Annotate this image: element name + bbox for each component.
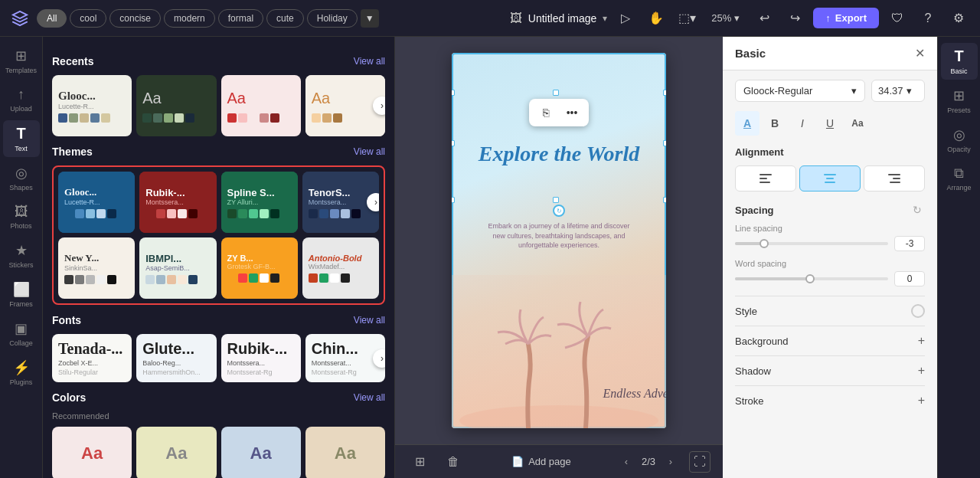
color-card-3[interactable]: Aa: [221, 427, 301, 478]
right-sidebar-opacity[interactable]: ◎ Opacity: [941, 122, 978, 158]
align-left-btn[interactable]: [735, 165, 796, 192]
handle-mid-left[interactable]: [452, 140, 455, 146]
handle-bot-mid[interactable]: [553, 197, 559, 203]
filter-concise[interactable]: concise: [109, 9, 161, 28]
theme-card-8[interactable]: Antonio-Bold WixMadef...: [302, 237, 379, 299]
redo-btn[interactable]: ↪: [782, 6, 807, 31]
font-size-selector[interactable]: 34.37 ▾: [871, 80, 925, 102]
fullscreen-btn[interactable]: ⛶: [689, 451, 710, 473]
filter-modern[interactable]: modern: [164, 9, 215, 28]
canvas-title-text[interactable]: Explore the World: [463, 141, 655, 167]
view-options-btn[interactable]: ⬚▾: [675, 6, 699, 31]
rotate-icon[interactable]: ↻: [553, 205, 565, 217]
line-spacing-track[interactable]: [735, 242, 888, 245]
sidebar-item-photos[interactable]: 🖼 Photos: [3, 199, 40, 234]
font-color-btn[interactable]: A: [735, 111, 760, 136]
handle-bot-left[interactable]: [452, 197, 455, 203]
sidebar-item-stickers[interactable]: ★ Stickers: [3, 237, 40, 273]
sidebar-item-upload[interactable]: ↑ Upload: [3, 82, 40, 117]
zoom-selector[interactable]: 25%▾: [705, 9, 746, 27]
panel-close-btn[interactable]: ✕: [915, 46, 925, 61]
color-card-1[interactable]: Aa: [52, 427, 132, 478]
help-icon[interactable]: ?: [916, 6, 940, 31]
rotate-handle[interactable]: ↻: [553, 205, 565, 217]
zoom-fit-btn[interactable]: ⊞: [407, 450, 432, 474]
theme-card-2[interactable]: Rubik-... Montssera...: [139, 172, 216, 233]
spacing-reset-btn[interactable]: ↻: [910, 202, 925, 218]
right-sidebar-basic[interactable]: T Basic: [941, 43, 978, 80]
prev-page-btn[interactable]: ‹: [617, 453, 635, 471]
recents-view-all[interactable]: View all: [354, 56, 385, 67]
fonts-view-all[interactable]: View all: [354, 315, 385, 326]
doc-chevron-icon[interactable]: ▾: [603, 13, 607, 24]
font-card-3[interactable]: Rubik-... Montssera... Montsserat-Rg: [221, 334, 301, 382]
style-radio-btn[interactable]: [911, 304, 925, 318]
theme-card-6[interactable]: IBMPl... Asap-SemiB...: [139, 237, 216, 299]
align-center-btn[interactable]: [799, 165, 861, 192]
font-card-2[interactable]: Glute... Baloo-Reg... HammersmithOn...: [136, 334, 216, 382]
export-button[interactable]: ↑Export: [813, 8, 879, 28]
sidebar-item-collage[interactable]: ▣ Collage: [3, 316, 40, 352]
logo-icon[interactable]: [9, 8, 31, 29]
color-card-4[interactable]: Aa: [305, 427, 385, 478]
word-spacing-track[interactable]: [735, 277, 888, 280]
bold-btn[interactable]: B: [763, 111, 787, 136]
handle-mid-right[interactable]: [663, 140, 666, 146]
themes-view-all[interactable]: View all: [354, 146, 385, 157]
style-section-divider[interactable]: Style: [735, 296, 925, 326]
filter-cute[interactable]: cute: [266, 9, 304, 28]
shadow-add-icon[interactable]: +: [918, 364, 925, 378]
handle-top-left[interactable]: [452, 90, 455, 96]
recent-card-2[interactable]: Aa: [136, 75, 216, 136]
theme-card-3[interactable]: Spline S... ZY Alluri...: [221, 172, 298, 233]
filter-more-chevron[interactable]: ▼: [361, 9, 379, 28]
background-add-icon[interactable]: +: [918, 334, 925, 348]
right-sidebar-arrange[interactable]: ⧉ Arrange: [941, 161, 978, 196]
more-options-btn[interactable]: •••: [561, 102, 583, 123]
theme-card-1[interactable]: Glooc... Lucette-R...: [58, 172, 135, 233]
settings-icon[interactable]: ⚙: [946, 6, 971, 31]
underline-btn[interactable]: U: [818, 111, 842, 136]
handle-top-right[interactable]: [663, 90, 666, 96]
stroke-section-divider[interactable]: Stroke +: [735, 385, 925, 415]
recent-card-1[interactable]: Glooc... Lucette-R...: [52, 75, 132, 136]
sidebar-item-templates[interactable]: ⊞ Templates: [3, 43, 40, 79]
align-right-btn[interactable]: [864, 165, 925, 192]
stroke-add-icon[interactable]: +: [918, 394, 925, 408]
colors-view-all[interactable]: View all: [354, 392, 385, 403]
filter-all[interactable]: All: [37, 9, 67, 28]
line-spacing-value[interactable]: -3: [894, 236, 925, 251]
handle-top-mid[interactable]: [553, 90, 559, 96]
next-page-btn[interactable]: ›: [662, 453, 680, 471]
handle-bot-right[interactable]: [663, 197, 666, 203]
theme-card-5[interactable]: New Y... SinkinSa...: [58, 237, 135, 299]
hand-tool-btn[interactable]: ✋: [644, 6, 668, 31]
shield-icon[interactable]: 🛡: [885, 6, 910, 31]
word-spacing-value[interactable]: 0: [894, 271, 925, 286]
recent-card-4[interactable]: Aa ›: [305, 75, 385, 136]
pointer-tool-btn[interactable]: ▷: [613, 6, 638, 31]
delete-btn[interactable]: 🗑: [441, 450, 466, 474]
background-section-divider[interactable]: Background +: [735, 326, 925, 355]
theme-card-4[interactable]: TenorS... Montssera... ›: [302, 172, 379, 233]
sidebar-item-plugins[interactable]: ⚡ Plugins: [3, 355, 40, 391]
copy-style-btn[interactable]: ⎘: [535, 102, 557, 123]
font-card-1[interactable]: Tenada-... Zocbel X-E... Stilu-Regular: [52, 334, 132, 382]
right-sidebar-presets[interactable]: ⊞ Presets: [941, 83, 978, 119]
case-btn[interactable]: Aa: [845, 111, 870, 136]
sidebar-item-text[interactable]: T Text: [3, 120, 40, 157]
filter-holiday[interactable]: Holiday: [307, 9, 358, 28]
shadow-section-divider[interactable]: Shadow +: [735, 355, 925, 385]
color-card-2[interactable]: Aa: [136, 427, 216, 478]
font-family-selector[interactable]: Gloock-Regular ▾: [735, 80, 865, 102]
sidebar-item-frames[interactable]: ⬜ Frames: [3, 277, 40, 313]
undo-btn[interactable]: ↩: [752, 6, 776, 31]
recent-card-3[interactable]: Aa: [221, 75, 301, 136]
theme-card-7[interactable]: ZY B... Grotesk GF-B...: [221, 237, 298, 299]
font-card-4[interactable]: Chin... Montsserat... Montsserat-Rg ›: [305, 334, 385, 382]
filter-formal[interactable]: formal: [218, 9, 263, 28]
filter-cool[interactable]: cool: [70, 9, 106, 28]
sidebar-item-shapes[interactable]: ◎ Shapes: [3, 160, 40, 196]
italic-btn[interactable]: I: [790, 111, 815, 136]
add-page-btn[interactable]: 📄 Add page: [511, 456, 571, 467]
